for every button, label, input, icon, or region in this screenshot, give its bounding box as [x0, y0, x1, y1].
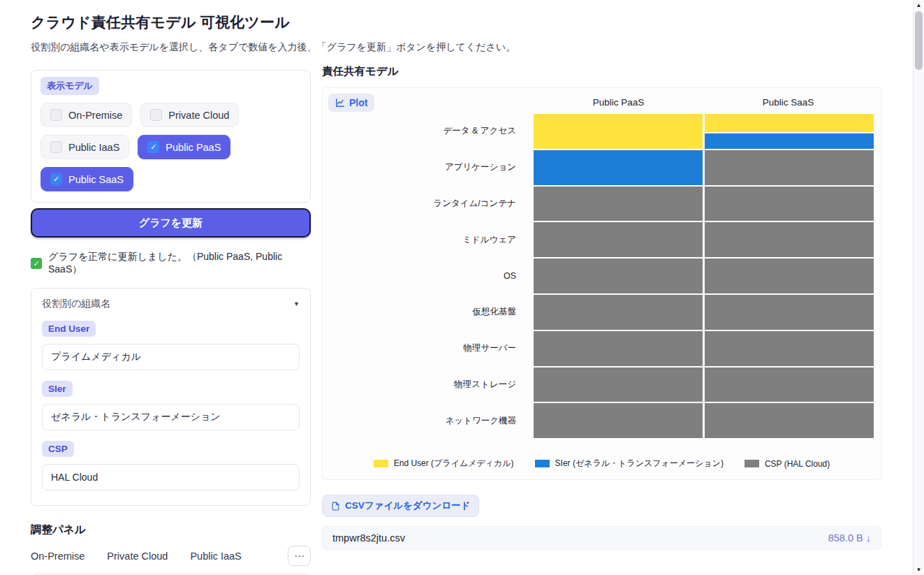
chart-cell — [705, 150, 874, 185]
vertical-scrollbar[interactable]: ▲ ▼ — [913, 0, 924, 575]
chart-segment-csp — [534, 222, 703, 257]
chart-icon — [335, 98, 345, 108]
tab-public-iaas[interactable]: Public IaaS — [190, 546, 241, 566]
chart-column-headers: Public PaaSPublic SaaS — [534, 88, 881, 108]
chart-cell — [705, 222, 874, 257]
chart-segment-end_user — [705, 114, 874, 132]
chart-segment-csp — [705, 403, 874, 438]
chart-segment-end_user — [534, 114, 703, 149]
chart-row-label: OS — [323, 259, 525, 293]
org-field-csp: CSP — [42, 441, 300, 490]
download-arrow-icon: ↓ — [866, 532, 871, 544]
chart-section-title: 責任共有モデル — [322, 64, 881, 79]
org-input-sier[interactable] — [42, 404, 300, 430]
csv-file-name[interactable]: tmpwr8s2jtu.csv — [332, 532, 405, 544]
chart-cell — [534, 295, 703, 330]
model-selector-group: 表示モデル On-PremisePrivate CloudPublic IaaS… — [31, 70, 311, 203]
role-badge-csp: CSP — [42, 441, 74, 457]
chart-column-header-public-paas: Public PaaS — [534, 97, 703, 108]
status-text: グラフを正常に更新しました。（Public PaaS, Public SaaS） — [48, 251, 311, 276]
csv-file-size-link[interactable]: 858.0 B ↓ — [828, 532, 871, 544]
chart-row: データ & アクセス — [323, 114, 881, 149]
chart-segment-csp — [705, 295, 874, 330]
chart-row-label: 物理ストレージ — [323, 367, 525, 402]
model-option-public-paas[interactable]: ✓Public PaaS — [138, 135, 230, 159]
chart-segment-csp — [705, 259, 874, 293]
adjust-panel-tabbar: On-PremisePrivate CloudPublic IaaS ⋯ — [31, 546, 311, 566]
chart-cell — [705, 114, 874, 149]
scroll-up-icon[interactable]: ▲ — [914, 2, 924, 8]
chart-segment-csp — [534, 367, 703, 402]
org-input-end-user[interactable] — [42, 344, 300, 370]
chart-legend: End User (プライムメディカル)SIer (ゼネラル・トランスフォーメー… — [323, 458, 881, 470]
legend-label: SIer (ゼネラル・トランスフォーメーション) — [555, 458, 724, 470]
adjust-panel-title: 調整パネル — [31, 523, 311, 537]
checkbox-checked-icon: ✓ — [50, 173, 62, 185]
chart-cell — [534, 222, 703, 257]
page-subtitle: 役割別の組織名や表示モデルを選択し、各タブで数値を入力後、「グラフを更新」ボタン… — [31, 41, 882, 54]
chart-row-label: ランタイム/コンテナ — [323, 187, 525, 221]
chart-row: ランタイム/コンテナ — [323, 187, 881, 221]
legend-swatch — [535, 460, 550, 467]
chart-grid: データ & アクセスアプリケーションランタイム/コンテナミドルウェアOS仮想化基… — [323, 114, 881, 438]
success-check-icon: ✓ — [31, 258, 42, 269]
chart-row: 仮想化基盤 — [323, 295, 881, 330]
chart-row: OS — [323, 259, 881, 293]
chart-column-header-public-saas: Public SaaS — [703, 97, 873, 108]
scroll-down-icon[interactable]: ▼ — [914, 567, 924, 573]
chart-cell — [705, 187, 874, 221]
scrollbar-thumb[interactable] — [915, 11, 923, 70]
chart-cell — [534, 331, 703, 366]
model-option-public-iaas[interactable]: Public IaaS — [41, 135, 129, 159]
chart-cell — [705, 295, 874, 330]
app-page: クラウド責任共有モデル 可視化ツール 役割別の組織名や表示モデルを選択し、各タブ… — [31, 0, 882, 575]
org-accordion-header[interactable]: 役割別の組織名 ▼ — [42, 298, 300, 310]
update-graph-button[interactable]: グラフを更新 — [31, 208, 311, 238]
chart-segment-sier — [705, 133, 874, 149]
model-option-public-saas[interactable]: ✓Public SaaS — [41, 167, 133, 191]
model-option-label: Private Cloud — [168, 110, 229, 121]
status-message: ✓ グラフを正常に更新しました。（Public PaaS, Public Saa… — [31, 251, 311, 276]
tab-private-cloud[interactable]: Private Cloud — [107, 546, 168, 566]
role-badge-end-user: End User — [42, 321, 96, 337]
main-columns: 表示モデル On-PremisePrivate CloudPublic IaaS… — [31, 64, 882, 575]
chart-cell — [534, 150, 703, 185]
model-option-private-cloud[interactable]: Private Cloud — [140, 103, 239, 127]
chart-segment-csp — [534, 403, 703, 438]
chart-segment-csp — [705, 150, 874, 185]
role-badge-sier: SIer — [42, 381, 73, 397]
org-input-csp[interactable] — [42, 464, 300, 490]
tab-on-premise[interactable]: On-Premise — [31, 546, 85, 566]
chart-segment-csp — [705, 331, 874, 366]
chart-cell — [534, 403, 703, 438]
org-field-end-user: End User — [42, 321, 300, 370]
legend-swatch — [745, 460, 759, 467]
chart-row-label: ミドルウェア — [323, 222, 525, 257]
model-option-label: Public IaaS — [68, 142, 119, 153]
chart-row: 物理ストレージ — [323, 367, 881, 402]
chart-segment-sier — [534, 150, 703, 185]
chart-segment-csp — [534, 187, 703, 221]
chart-cell — [705, 331, 874, 366]
file-icon — [331, 501, 340, 511]
model-option-on-premise[interactable]: On-Premise — [41, 103, 132, 127]
chart-row: ネットワーク機器 — [323, 403, 881, 438]
chart-segment-csp — [534, 331, 703, 366]
chart-row: アプリケーション — [323, 150, 881, 185]
org-field-sier: SIer — [42, 381, 300, 430]
checkbox-unchecked-icon — [50, 109, 62, 121]
chart-segment-csp — [705, 367, 874, 402]
model-option-label: Public PaaS — [166, 142, 221, 153]
chart-cell — [705, 259, 874, 293]
chart-cell — [534, 187, 703, 221]
chart-row-label: アプリケーション — [323, 150, 525, 185]
chart-row-label: 仮想化基盤 — [323, 295, 525, 330]
checkbox-checked-icon: ✓ — [147, 141, 159, 153]
chart-cell — [534, 114, 703, 149]
tab-overflow-button[interactable]: ⋯ — [288, 546, 311, 566]
model-selector-label: 表示モデル — [41, 77, 99, 95]
plot-label-badge: Plot — [328, 94, 374, 112]
chart-segment-csp — [534, 295, 703, 330]
csv-file-row[interactable]: tmpwr8s2jtu.csv 858.0 B ↓ — [322, 526, 881, 550]
chart-segment-csp — [705, 187, 874, 221]
